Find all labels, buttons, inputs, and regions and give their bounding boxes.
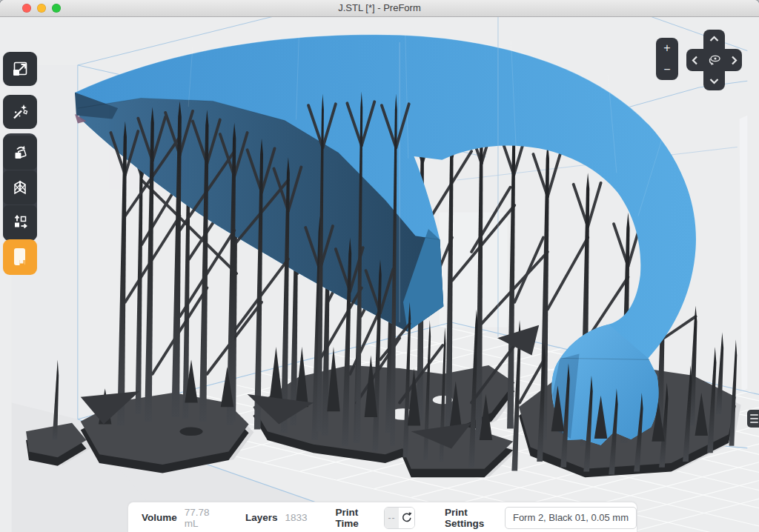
tool-group xyxy=(3,133,37,242)
status-bar: Volume 77.78 mL Layers 1833 Print Time -… xyxy=(127,502,637,532)
print-time-box: -- xyxy=(384,507,415,529)
pan-control xyxy=(686,30,742,90)
cartridge-icon xyxy=(10,247,30,267)
printer-list-chip[interactable] xyxy=(747,410,759,428)
scale-icon xyxy=(11,60,29,78)
titlebar: J.STL [*] - PreForm xyxy=(0,0,759,17)
one-click-print-button[interactable] xyxy=(3,95,37,129)
orbit-eye-icon[interactable] xyxy=(706,52,723,68)
supports-icon xyxy=(11,179,29,196)
layers-value: 1833 xyxy=(285,512,307,523)
print-settings-button[interactable]: Form 2, Black 01, 0.05 mm xyxy=(505,507,637,529)
preform-window: J.STL [*] - PreForm xyxy=(0,0,759,532)
supports-tool-button[interactable] xyxy=(3,170,37,205)
zoom-in-button[interactable]: + xyxy=(656,38,678,59)
refresh-icon xyxy=(400,511,413,524)
volume-label: Volume xyxy=(142,512,177,523)
layout-icon xyxy=(11,213,29,231)
size-tool-button[interactable] xyxy=(3,52,37,86)
layers-label: Layers xyxy=(245,512,278,523)
zoom-out-button[interactable]: − xyxy=(656,59,678,81)
print-time-value: -- xyxy=(385,508,399,528)
magic-wand-icon xyxy=(11,103,29,121)
print-time-label: Print Time xyxy=(336,507,374,529)
print-settings-label: Print Settings xyxy=(445,507,496,529)
orientation-tool-button[interactable] xyxy=(3,136,37,170)
layout-tool-button[interactable] xyxy=(3,205,37,239)
pan-right-button[interactable] xyxy=(731,56,738,65)
3d-viewport-canvas[interactable] xyxy=(0,16,759,532)
pan-left-button[interactable] xyxy=(692,56,698,65)
pan-down-button[interactable] xyxy=(709,78,719,84)
viewport: + − Volume 77.78 mL La xyxy=(0,16,759,532)
zoom-control: + − xyxy=(656,38,678,80)
print-time-refresh-button[interactable] xyxy=(399,508,414,528)
pan-up-button[interactable] xyxy=(709,36,719,42)
volume-value: 77.78 mL xyxy=(185,507,217,529)
window-title: J.STL [*] - PreForm xyxy=(0,0,759,16)
rotate-icon xyxy=(11,144,29,162)
print-button[interactable] xyxy=(3,239,37,275)
